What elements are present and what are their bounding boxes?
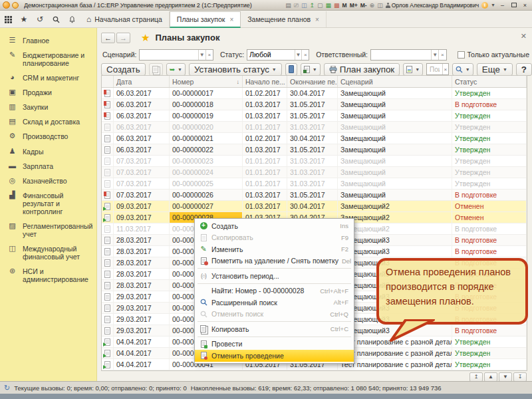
table-row[interactable]: 06.03.201700-0000002101.02.201730.04.201…: [102, 133, 527, 144]
chevron-down-icon[interactable]: ▼: [295, 50, 302, 60]
cell-number[interactable]: 00-00000024: [170, 167, 243, 178]
cell-status[interactable]: В подготовке: [452, 190, 527, 200]
cell-begin[interactable]: 01.03.2017: [243, 144, 287, 155]
cell-begin[interactable]: 01.01.2017: [243, 178, 287, 189]
cell-date[interactable]: 06.03.2017: [114, 99, 170, 110]
cell-status[interactable]: Утвержден: [452, 122, 527, 132]
cell-begin[interactable]: 01.01.2017: [243, 122, 287, 132]
table-row[interactable]: 07.03.201700-0000002301.01.201731.03.201…: [102, 156, 527, 167]
cell-date[interactable]: 29.03.2017: [114, 325, 170, 336]
notifications-bell-icon[interactable]: [64, 11, 80, 27]
cell-date[interactable]: 29.03.2017: [114, 303, 170, 313]
menu-item[interactable]: Найти: Номер - 00-00000028Ctrl+Alt+F: [195, 285, 354, 297]
tab-close-icon[interactable]: ×: [315, 16, 319, 23]
responsible-input[interactable]: [371, 50, 431, 60]
cell-date[interactable]: 09.03.2017: [114, 212, 170, 223]
column-end[interactable]: Окончание пе...: [287, 76, 338, 87]
chevron-down-icon[interactable]: ▼: [491, 3, 495, 7]
cell-date[interactable]: 29.03.2017: [114, 291, 170, 302]
menu-item[interactable]: Расширенный поискAlt+F: [195, 297, 354, 309]
memory-plus-button[interactable]: M+: [350, 2, 358, 9]
document-icon[interactable]: ▢: [317, 2, 323, 9]
sidebar-item-production[interactable]: ⚙Производство: [0, 129, 96, 144]
cell-begin[interactable]: 01.03.2017: [243, 190, 287, 200]
sidebar-item-admin[interactable]: ⊛НСИ и администрирование: [0, 264, 96, 287]
tab-purchase-plans[interactable]: Планы закупок ×: [170, 11, 241, 28]
cell-scenario[interactable]: Замещающий2: [338, 212, 452, 223]
cell-date[interactable]: 28.03.2017: [114, 269, 170, 279]
zoom-icon[interactable]: ⊕: [370, 2, 375, 9]
cell-date[interactable]: 06.03.2017: [114, 133, 170, 144]
cell-date[interactable]: 28.03.2017: [114, 280, 170, 291]
table-row[interactable]: 06.03.201700-0000001901.03.201731.05.201…: [102, 110, 527, 122]
cell-begin[interactable]: 01.02.2017: [243, 88, 287, 98]
cell-date[interactable]: 29.03.2017: [114, 314, 170, 325]
table-row[interactable]: 07.03.201700-0000002401.01.201731.03.201…: [102, 167, 527, 178]
cell-scenario[interactable]: Замещающий: [338, 133, 452, 144]
cell-begin[interactable]: 01.01.2017: [243, 156, 287, 166]
copy-button[interactable]: [149, 63, 163, 76]
cell-number[interactable]: 00-00000019: [170, 110, 243, 121]
cell-number[interactable]: 00-00000026: [170, 190, 243, 200]
cell-number[interactable]: 00-00000025: [170, 178, 243, 189]
menu-item[interactable]: Провести: [195, 338, 354, 350]
cell-scenario[interactable]: Замещающий: [338, 144, 452, 155]
favorites-star-icon[interactable]: ★: [16, 11, 32, 27]
table-row[interactable]: 06.03.201700-0000001701.02.201730.04.201…: [102, 88, 527, 99]
more-button[interactable]: Еще▼: [477, 63, 513, 76]
apps-grid-icon[interactable]: [0, 11, 16, 27]
go-next-button[interactable]: ▼: [499, 372, 512, 382]
cell-scenario[interactable]: Замещающий: [338, 167, 452, 178]
search-button[interactable]: ▼: [452, 63, 473, 76]
print-plan-button[interactable]: План закупок: [324, 63, 400, 76]
clear-icon[interactable]: ×: [205, 50, 213, 60]
sidebar-item-international[interactable]: ◫Международный финансовый учет: [0, 241, 96, 264]
cell-begin[interactable]: 01.03.2017: [243, 110, 287, 121]
cell-date[interactable]: 04.04.2017: [114, 359, 170, 370]
cell-end[interactable]: 30.04.2017: [287, 88, 338, 98]
print-icon[interactable]: ⎚: [294, 2, 299, 9]
go-last-button[interactable]: ↧: [513, 372, 527, 382]
cell-scenario[interactable]: Замещающий: [338, 122, 452, 132]
cell-scenario[interactable]: Замещающий: [338, 190, 452, 200]
cell-scenario[interactable]: Замещающий2: [338, 201, 452, 211]
cell-end[interactable]: 30.04.2017: [287, 201, 338, 211]
cell-status[interactable]: Утвержден: [452, 144, 527, 155]
cell-end[interactable]: 30.04.2017: [287, 133, 338, 144]
tab-home[interactable]: ⌂ Начальная страница: [80, 11, 170, 27]
restore-button[interactable]: [509, 2, 518, 9]
cell-begin[interactable]: 01.03.2017: [243, 201, 287, 211]
cell-scenario[interactable]: Замещающий2: [338, 223, 452, 234]
export-button[interactable]: ▼: [301, 63, 321, 76]
cell-number[interactable]: 00-00000017: [170, 88, 243, 98]
cell-end[interactable]: 31.05.2017: [287, 144, 338, 155]
sidebar-item-regulated[interactable]: ▨Регламентированный учет: [0, 219, 96, 241]
cell-scenario[interactable]: Замещающий3: [338, 235, 452, 245]
history-icon[interactable]: ↺: [32, 11, 48, 27]
create-button[interactable]: Создать: [101, 63, 146, 76]
cell-end[interactable]: 31.03.2017: [287, 156, 338, 166]
cell-scenario[interactable]: Замещающий: [338, 99, 452, 110]
cell-status[interactable]: Утвержден: [452, 348, 527, 358]
send-icon[interactable]: ↥: [309, 2, 315, 9]
sidebar-item-treasury[interactable]: ◎Казначейство: [0, 174, 96, 188]
cell-end[interactable]: 31.05.2017: [287, 99, 338, 110]
clear-icon[interactable]: ×: [301, 50, 309, 60]
cell-date[interactable]: 11.03.2017: [114, 223, 170, 234]
tab-close-icon[interactable]: ×: [229, 16, 233, 23]
memory-minus-button[interactable]: M-: [360, 2, 367, 9]
cell-number[interactable]: 00-00000027: [170, 201, 243, 211]
menu-item[interactable]: Отменить поискCtrl+Q: [195, 309, 354, 321]
cell-date[interactable]: 07.03.2017: [114, 167, 170, 178]
split-view-icon[interactable]: ◫: [377, 2, 383, 9]
table-row[interactable]: 06.03.201700-0000002001.01.201731.03.201…: [102, 122, 527, 133]
sidebar-item-main[interactable]: ☰Главное: [0, 33, 96, 48]
cell-end[interactable]: 31.03.2017: [287, 167, 338, 178]
forward-button[interactable]: →: [116, 33, 130, 43]
close-button[interactable]: ×: [521, 2, 529, 9]
cell-date[interactable]: 28.03.2017: [114, 257, 170, 268]
menu-item[interactable]: Отменить проведение: [195, 350, 354, 362]
preview-icon[interactable]: ◫: [301, 2, 307, 9]
info-icon[interactable]: i: [481, 2, 488, 9]
cell-scenario[interactable]: Замещающий3: [338, 246, 452, 257]
